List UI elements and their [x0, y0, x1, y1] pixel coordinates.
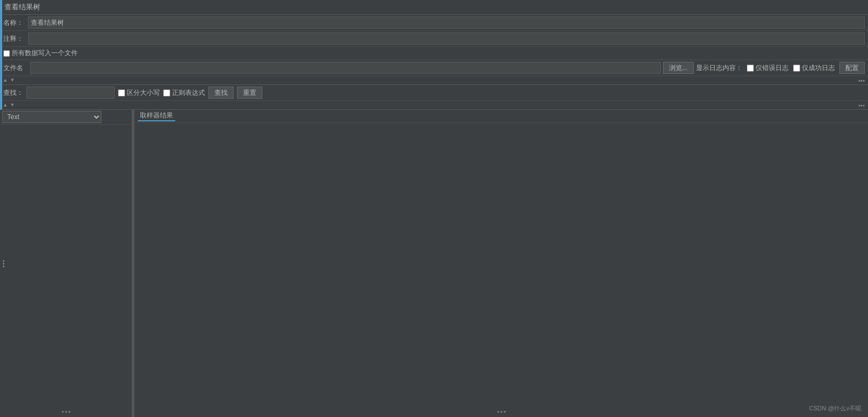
success-log-checkbox[interactable] [793, 65, 800, 72]
text-format-select[interactable]: Text JSON XML HTML Boundary [2, 111, 101, 123]
title-bar: 查看结果树 [0, 0, 868, 15]
left-panel: Text JSON XML HTML Boundary [0, 110, 132, 417]
error-log-label[interactable]: 仅错误日志 [747, 63, 789, 73]
file-name-label: 文件名 [3, 63, 28, 73]
more-btn-2[interactable]: ••• [857, 102, 866, 109]
comment-row: 注释： [0, 31, 868, 47]
file-row: 文件名 浏览... 显示日志内容： 仅错误日志 仅成功日志 配置 [0, 60, 868, 76]
find-button[interactable]: 查找 [208, 87, 234, 99]
splitter-arrows-1: ▲ ▼ [2, 78, 15, 83]
right-panel: 取样器结果 [134, 110, 868, 417]
left-bottom-handle[interactable] [62, 411, 70, 413]
right-panel-header: 取样器结果 [134, 110, 868, 123]
splitter-row-2: ▲ ▼ ••• [0, 101, 868, 110]
reset-button[interactable]: 重置 [237, 87, 262, 99]
all-data-checkbox[interactable] [3, 50, 10, 57]
browse-button[interactable]: 浏览... [663, 62, 694, 74]
name-input[interactable] [28, 17, 865, 29]
expand-down-btn-1[interactable]: ▼ [9, 78, 15, 83]
page-title: 查看结果树 [4, 3, 40, 11]
search-input[interactable] [26, 87, 115, 99]
comment-input[interactable] [28, 33, 865, 45]
right-panel-title: 取样器结果 [138, 111, 175, 121]
search-label: 查找： [3, 88, 23, 98]
case-sensitive-label[interactable]: 区分大小写 [118, 88, 160, 98]
left-drag-handle[interactable] [3, 260, 4, 267]
all-data-label: 所有数据写入一个文件 [12, 49, 78, 58]
content-area: Text JSON XML HTML Boundary [0, 110, 868, 417]
collapse-up-btn-1[interactable]: ▲ [2, 78, 8, 83]
right-bottom-handle[interactable] [497, 411, 505, 413]
main-container: 查看结果树 名称： 注释： 所有数据写入一个文件 文件名 浏览... 显示日志内… [0, 0, 868, 417]
regex-label[interactable]: 正则表达式 [163, 88, 205, 98]
search-row: 查找： 区分大小写 正则表达式 查找 重置 [0, 85, 868, 101]
text-select-wrapper: Text JSON XML HTML Boundary [2, 111, 130, 123]
left-panel-body [0, 125, 132, 417]
left-panel-header: Text JSON XML HTML Boundary [0, 110, 132, 125]
all-data-checkbox-label[interactable]: 所有数据写入一个文件 [3, 49, 78, 58]
case-sensitive-checkbox[interactable] [118, 89, 125, 97]
file-name-input[interactable] [30, 62, 661, 74]
comment-label: 注释： [3, 34, 28, 44]
name-row: 名称： [0, 15, 868, 31]
config-button[interactable]: 配置 [839, 62, 865, 74]
splitter-arrows-2: ▲ ▼ [2, 103, 15, 108]
log-display-label: 显示日志内容： [696, 63, 742, 73]
regex-checkbox[interactable] [163, 89, 170, 97]
expand-down-btn-2[interactable]: ▼ [9, 103, 15, 108]
splitter-row-1: ▲ ▼ ••• [0, 76, 868, 85]
more-btn-1[interactable]: ••• [857, 77, 866, 84]
log-controls: 显示日志内容： 仅错误日志 仅成功日志 配置 [696, 62, 865, 74]
all-data-row: 所有数据写入一个文件 [0, 47, 868, 60]
success-log-label[interactable]: 仅成功日志 [793, 63, 835, 73]
error-log-checkbox[interactable] [747, 65, 754, 72]
collapse-up-btn-2[interactable]: ▲ [2, 103, 8, 108]
right-panel-body [134, 123, 868, 417]
watermark: CSDN @什么v不呢 [809, 404, 861, 413]
name-label: 名称： [3, 18, 28, 28]
